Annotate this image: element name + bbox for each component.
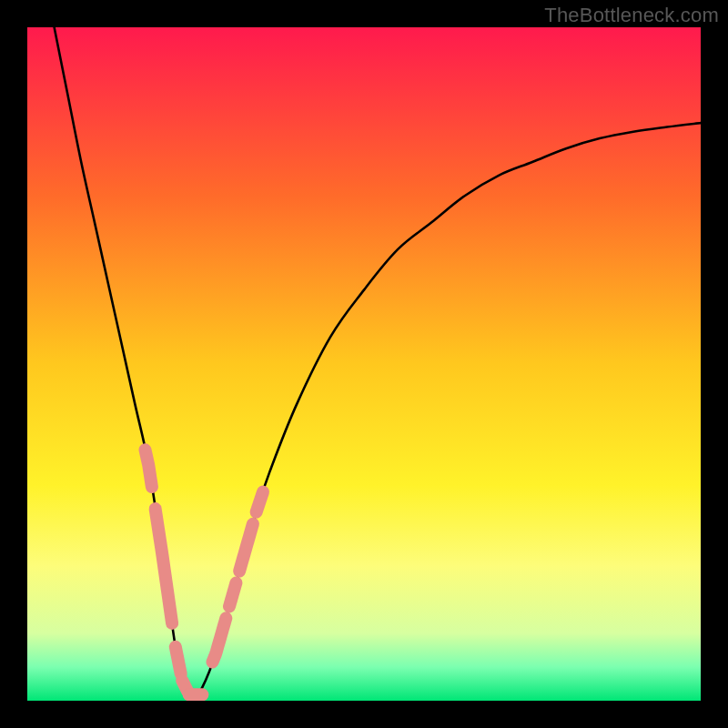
chart-svg — [27, 27, 701, 701]
curve-marker-6 — [229, 583, 236, 607]
chart-frame: TheBottleneck.com — [0, 0, 728, 728]
curve-marker-8 — [257, 492, 263, 512]
plot-area — [27, 27, 701, 701]
gradient-background — [27, 27, 701, 701]
watermark-text: TheBottleneck.com — [544, 4, 719, 27]
curve-marker-2 — [176, 647, 181, 674]
curve-marker-0 — [146, 450, 152, 487]
